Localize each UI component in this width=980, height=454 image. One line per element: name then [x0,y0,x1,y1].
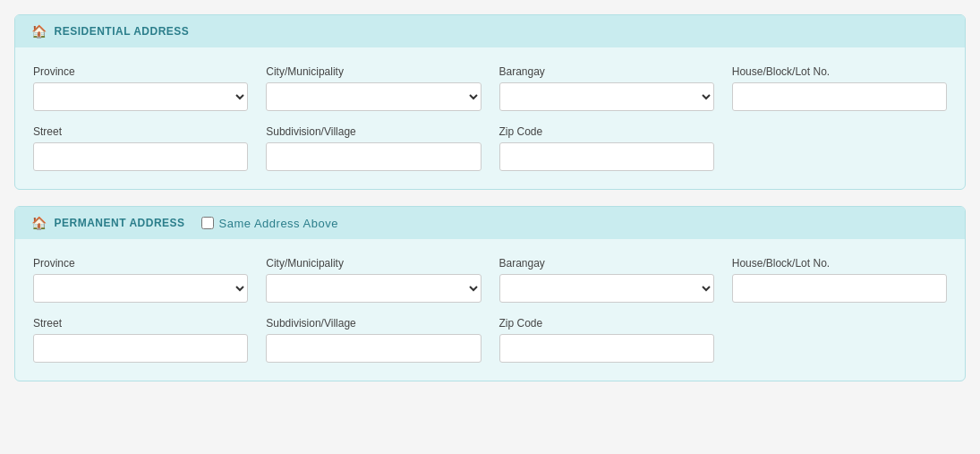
permanent-house-input[interactable] [732,274,947,303]
same-address-wrapper: Same Address Above [201,217,338,230]
residential-house-label: House/Block/Lot No. [732,65,947,78]
residential-street-group: Street [33,125,248,171]
residential-city-group: City/Municipality [266,65,481,111]
permanent-zip-input[interactable] [499,334,714,363]
permanent-row2: Street Subdivision/Village Zip Code [15,303,965,363]
residential-address-section: 🏠 RESIDENTIAL ADDRESS Province City/Muni… [14,14,966,190]
permanent-house-group: House/Block/Lot No. [732,257,947,303]
permanent-barangay-select[interactable] [499,274,714,303]
residential-header: 🏠 RESIDENTIAL ADDRESS [15,15,965,47]
residential-house-group: House/Block/Lot No. [732,65,947,111]
residential-barangay-group: Barangay [499,65,714,111]
permanent-zip-group: Zip Code [499,317,714,363]
residential-row1: Province City/Municipality Barangay Hous… [15,47,965,111]
residential-barangay-select[interactable] [499,82,714,111]
residential-zip-label: Zip Code [499,125,714,138]
residential-row2: Street Subdivision/Village Zip Code [15,111,965,171]
residential-zip-input[interactable] [499,142,714,171]
permanent-city-label: City/Municipality [266,257,481,270]
residential-city-select[interactable] [266,82,481,111]
permanent-street-input[interactable] [33,334,248,363]
residential-house-input[interactable] [732,82,947,111]
permanent-zip-label: Zip Code [499,317,714,330]
residential-province-label: Province [33,65,248,78]
residential-province-select[interactable] [33,82,248,111]
permanent-barangay-label: Barangay [499,257,714,270]
permanent-row1: Province City/Municipality Barangay Hous… [15,239,965,303]
residential-title: RESIDENTIAL ADDRESS [55,25,190,38]
permanent-barangay-group: Barangay [499,257,714,303]
permanent-address-section: 🏠 PERMANENT ADDRESS Same Address Above P… [14,206,966,381]
residential-zip-group: Zip Code [499,125,714,171]
residential-placeholder-group [732,125,947,171]
permanent-house-label: House/Block/Lot No. [732,257,947,270]
permanent-street-label: Street [33,317,248,330]
residential-city-label: City/Municipality [266,65,481,78]
permanent-province-group: Province [33,257,248,303]
permanent-title: PERMANENT ADDRESS [55,217,185,229]
same-address-label: Same Address Above [219,217,338,230]
permanent-subdivision-group: Subdivision/Village [266,317,481,363]
permanent-province-label: Province [33,257,248,270]
residential-street-label: Street [33,125,248,138]
same-address-checkbox[interactable] [201,217,214,229]
permanent-placeholder-group [732,317,947,363]
residential-icon: 🏠 [31,24,47,39]
residential-subdivision-group: Subdivision/Village [266,125,481,171]
residential-subdivision-label: Subdivision/Village [266,125,481,138]
residential-subdivision-input[interactable] [266,142,481,171]
permanent-province-select[interactable] [33,274,248,303]
permanent-icon: 🏠 [31,216,47,230]
residential-barangay-label: Barangay [499,65,714,78]
permanent-subdivision-label: Subdivision/Village [266,317,481,330]
permanent-city-select[interactable] [266,274,481,303]
permanent-header: 🏠 PERMANENT ADDRESS Same Address Above [15,207,965,239]
permanent-street-group: Street [33,317,248,363]
permanent-subdivision-input[interactable] [266,334,481,363]
residential-province-group: Province [33,65,248,111]
permanent-city-group: City/Municipality [266,257,481,303]
residential-street-input[interactable] [33,142,248,171]
